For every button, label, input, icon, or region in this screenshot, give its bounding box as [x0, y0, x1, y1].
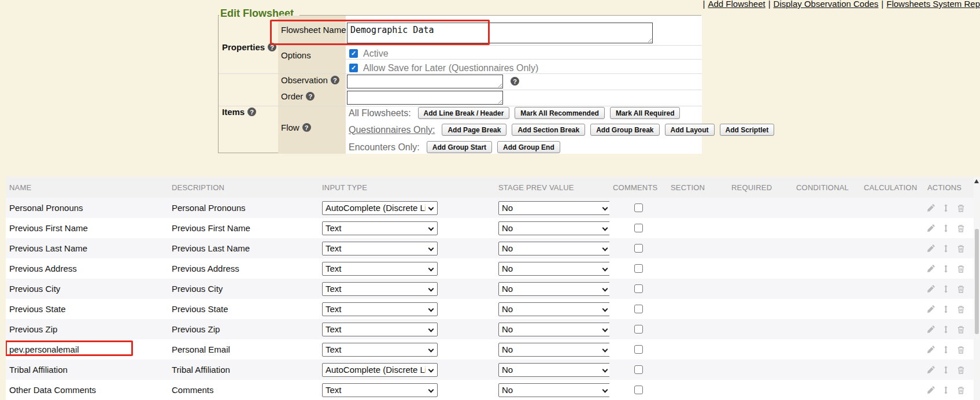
input-type-select[interactable]: Text [322, 383, 438, 397]
delete-trash-icon[interactable] [956, 224, 966, 233]
nav-link[interactable]: Add Flowsheet [708, 0, 765, 9]
edit-pencil-icon[interactable] [926, 264, 935, 273]
comments-checkbox[interactable] [634, 264, 643, 273]
flow-button[interactable]: Add Group End [497, 141, 560, 153]
comments-checkbox[interactable] [634, 203, 643, 212]
flow-button[interactable]: Add Layout [665, 124, 715, 136]
input-type-select[interactable]: Text [322, 262, 438, 276]
delete-trash-icon[interactable] [956, 244, 966, 253]
help-icon[interactable] [247, 108, 256, 116]
flow-button[interactable]: Add Group Break [590, 124, 659, 136]
flow-button[interactable]: Add Section Break [512, 124, 585, 136]
chevron-down-icon [428, 326, 434, 332]
vertical-scrollbar[interactable] [974, 177, 980, 400]
comments-checkbox[interactable] [634, 284, 643, 293]
stage-prev-value-select[interactable]: No [498, 262, 609, 276]
resize-grip-icon[interactable] [646, 37, 652, 42]
section-cell [667, 279, 728, 299]
delete-trash-icon[interactable] [956, 365, 966, 375]
stage-prev-value-select[interactable]: No [498, 343, 609, 357]
input-type-select[interactable]: AutoComplete (Discrete List) [322, 201, 438, 215]
edit-pencil-icon[interactable] [926, 386, 935, 395]
help-icon[interactable] [268, 43, 276, 51]
input-type-select[interactable]: Text [322, 221, 438, 235]
chevron-down-icon [428, 346, 434, 352]
stage-prev-value-select[interactable]: No [498, 363, 609, 377]
edit-pencil-icon[interactable] [926, 365, 935, 375]
stage-prev-value-select[interactable]: No [498, 323, 609, 336]
col-header-conditional: CONDITIONAL [793, 177, 860, 198]
comments-checkbox[interactable] [634, 345, 643, 354]
flow-button[interactable]: Mark All Required [610, 107, 681, 119]
move-up-down-icon[interactable] [941, 345, 951, 354]
stage-prev-value-select[interactable]: No [498, 302, 609, 316]
input-type-select[interactable]: Text [322, 242, 438, 255]
edit-pencil-icon[interactable] [926, 224, 935, 233]
resize-grip-icon[interactable] [497, 82, 502, 87]
move-up-down-icon[interactable] [941, 325, 951, 334]
edit-pencil-icon[interactable] [926, 325, 935, 334]
move-up-down-icon[interactable] [941, 284, 951, 294]
input-type-select[interactable]: Text [322, 323, 438, 336]
comments-checkbox[interactable] [634, 224, 643, 232]
comments-checkbox[interactable] [634, 244, 643, 253]
move-up-down-icon[interactable] [941, 305, 951, 314]
help-icon[interactable] [302, 123, 311, 132]
help-icon[interactable] [331, 76, 339, 84]
move-up-down-icon[interactable] [941, 224, 951, 233]
flow-button[interactable]: Add Line Break / Header [418, 107, 510, 119]
delete-trash-icon[interactable] [956, 305, 966, 314]
flow-button[interactable]: Add Group Start [427, 141, 492, 153]
flowsheet-name-label: Flowsheet Name [281, 25, 346, 35]
nav-link[interactable]: Display Observation Codes [774, 0, 879, 9]
checked-checkbox[interactable] [349, 64, 358, 72]
comments-checkbox[interactable] [634, 365, 643, 374]
help-icon[interactable] [511, 77, 519, 86]
edit-pencil-icon[interactable] [926, 244, 935, 253]
input-type-select[interactable]: AutoComplete (Discrete List) [322, 363, 438, 377]
delete-trash-icon[interactable] [956, 345, 966, 354]
edit-pencil-icon[interactable] [926, 203, 935, 213]
scroll-up-icon[interactable] [974, 179, 979, 183]
delete-trash-icon[interactable] [956, 203, 966, 213]
move-up-down-icon[interactable] [941, 203, 951, 213]
flowsheet-name-input[interactable]: Demographic Data [347, 23, 653, 43]
checked-checkbox[interactable] [349, 49, 358, 58]
scrollbar-thumb[interactable] [975, 229, 979, 334]
table-row: Previous Address Previous Address Text N… [6, 258, 980, 279]
delete-trash-icon[interactable] [956, 325, 966, 334]
stage-prev-value-select[interactable]: No [498, 201, 609, 215]
move-up-down-icon[interactable] [941, 386, 951, 395]
edit-pencil-icon[interactable] [926, 284, 935, 294]
stage-prev-value: No [502, 324, 513, 334]
comments-checkbox[interactable] [634, 305, 643, 313]
flow-button[interactable]: Mark All Recommended [515, 107, 605, 119]
flow-button[interactable]: Add Scriptlet [720, 124, 775, 136]
resize-grip-icon[interactable] [497, 98, 502, 103]
move-up-down-icon[interactable] [941, 264, 951, 273]
help-icon[interactable] [306, 92, 315, 101]
move-up-down-icon[interactable] [941, 365, 951, 375]
edit-pencil-icon[interactable] [926, 345, 935, 354]
stage-prev-value-select[interactable]: No [498, 282, 609, 296]
order-input[interactable] [347, 91, 503, 105]
stage-prev-value-select[interactable]: No [498, 383, 609, 397]
input-type-select[interactable]: Text [322, 302, 438, 316]
stage-prev-value-select[interactable]: No [498, 242, 609, 255]
edit-pencil-icon[interactable] [926, 305, 935, 314]
delete-trash-icon[interactable] [956, 284, 966, 294]
nav-link[interactable]: Flowsheets System Rep [886, 0, 980, 9]
input-type-select[interactable]: Text [322, 343, 438, 357]
move-up-down-icon[interactable] [941, 244, 951, 253]
input-type-value: Text [326, 284, 342, 294]
delete-trash-icon[interactable] [956, 264, 966, 273]
stage-prev-value-select[interactable]: No [498, 221, 609, 235]
observation-input[interactable] [347, 75, 503, 88]
flow-button[interactable]: Add Page Break [442, 124, 506, 136]
comments-checkbox[interactable] [634, 325, 643, 334]
delete-trash-icon[interactable] [956, 386, 966, 395]
input-type-select[interactable]: Text [322, 282, 438, 296]
conditional-cell [793, 299, 860, 319]
comments-checkbox[interactable] [634, 386, 643, 394]
chevron-down-icon [428, 245, 434, 251]
